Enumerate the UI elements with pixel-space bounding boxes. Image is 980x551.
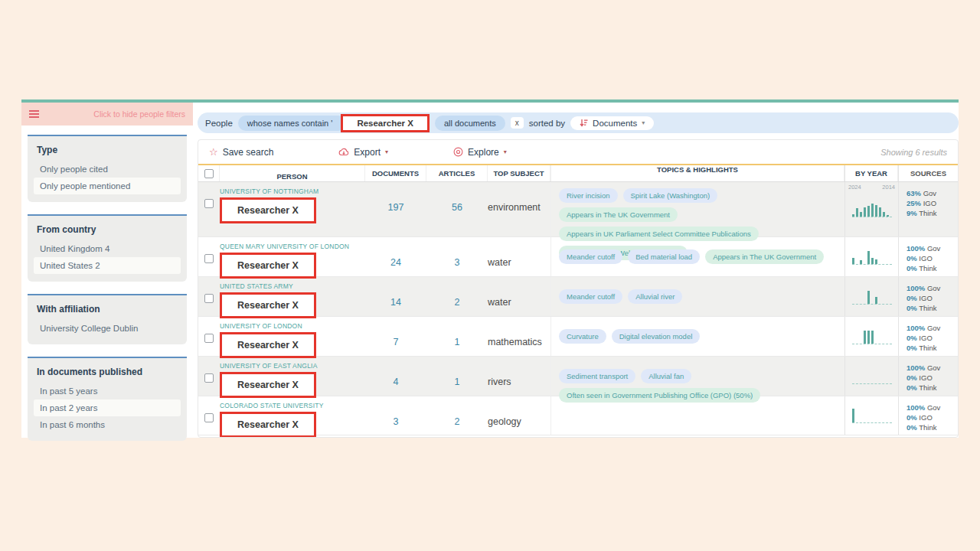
filter-section: From countryUnited Kingdom 4United State… [28,214,187,282]
topic-pill[interactable]: River incision [559,188,618,203]
sources-cell: 63% Gov25% IGO9% Think [898,182,958,236]
row-checkbox[interactable] [204,199,214,208]
source-share: 100% Gov [906,323,958,333]
explore-caret-icon: ▾ [504,148,507,155]
filter-option[interactable]: University College Dublin [34,320,181,337]
topic-pill[interactable]: Spirit Lake (Washington) [623,188,718,203]
filter-option[interactable]: United Kingdom 4 [34,240,181,257]
topic-pill[interactable]: Alluvial river [628,289,682,304]
affiliation-link[interactable]: QUEEN MARY UNIVERSITY OF LONDON [220,243,365,250]
documents-count[interactable]: 24 [390,237,401,268]
topics-cell [550,396,844,435]
filter-option[interactable]: Only people cited [34,161,181,178]
person-name-annotation[interactable]: Researcher X [220,372,316,398]
source-share: 0% IGO [906,373,958,383]
filter-option[interactable]: In past 6 months [34,416,181,433]
documents-count[interactable]: 4 [394,357,399,387]
source-percent: 100% [906,364,925,372]
filter-option[interactable]: United States 2 [34,257,181,274]
save-search-button[interactable]: ☆ Save search [209,147,273,158]
source-share: 0% IGO [906,412,958,422]
filters-sidebar: Click to hide people filters TypeOnly pe… [21,103,193,438]
person-name-annotation[interactable]: Researcher X [220,332,316,358]
row-checkbox[interactable] [204,334,214,343]
remove-filter-button[interactable]: x [511,117,524,129]
filter-section-title: In documents published [34,365,181,383]
topic-pill[interactable]: Meander cutoff [559,249,622,264]
sidebar-header: Click to hide people filters [21,103,193,126]
topic-pill[interactable]: Digital elevation model [612,329,701,344]
source-share: 100% Gov [906,243,958,253]
results-table-body: UNIVERSITY OF NOTTINGHAMResearcher X1975… [198,182,958,435]
by-year-cell [844,277,898,316]
sorted-by-label: sorted by [529,119,565,128]
source-share: 100% Gov [906,403,958,412]
sort-selector[interactable]: Documents ▾ [570,116,654,130]
filter-option[interactable]: Only people mentioned [34,178,181,194]
articles-count[interactable]: 1 [455,317,460,347]
topic-pill[interactable]: Meander cutoff [559,289,622,304]
articles-count[interactable]: 1 [455,357,460,387]
affiliation-link[interactable]: COLORADO STATE UNIVERSITY [220,402,365,409]
topic-pill[interactable]: Bed material load [628,249,700,264]
sources-cell: 100% Gov0% IGO0% Think [898,237,958,276]
export-button[interactable]: Export ▾ [338,147,388,158]
search-term-annotation[interactable]: Researcher X [341,114,430,132]
row-checkbox[interactable] [204,413,214,422]
sort-descending-icon [580,119,588,127]
topic-pill[interactable]: Curvature [559,329,606,344]
affiliation-link[interactable]: UNIVERSITY OF EAST ANGLIA [220,362,365,370]
documents-count[interactable]: 14 [390,277,401,308]
source-percent: 0% [906,344,917,352]
affiliation-link[interactable]: UNITED STATES ARMY [220,282,365,290]
documents-filter-chip[interactable]: all documents [435,116,505,131]
source-percent: 100% [906,403,925,412]
affiliation-link[interactable]: UNIVERSITY OF NOTTINGHAM [220,187,365,195]
year-axis-start: 2024 [848,184,861,191]
documents-count[interactable]: 7 [394,317,399,347]
articles-count[interactable]: 3 [455,237,460,268]
filter-prefix-label: People [205,119,233,128]
hide-filters-link[interactable]: Click to hide people filters [93,109,185,119]
source-percent: 100% [906,324,925,332]
search-filter-bar: People whose names contain ' Researcher … [198,112,959,133]
filter-option[interactable]: In past 2 years [34,399,181,416]
names-filter-chip[interactable]: whose names contain ' [238,116,347,131]
row-checkbox[interactable] [204,373,214,383]
by-year-sparkline [852,289,892,305]
topics-cell: Sediment transportAlluvial fanOften seen… [550,357,844,396]
row-checkbox[interactable] [204,254,214,263]
person-name-annotation[interactable]: Researcher X [220,197,316,223]
filter-option[interactable]: In past 5 years [34,383,181,399]
select-all-checkbox[interactable] [204,169,214,178]
table-header-row: PERSON DOCUMENTS ARTICLES TOP SUBJECT TO… [198,165,958,182]
topic-pill[interactable]: Sediment transport [559,369,635,383]
articles-count[interactable]: 2 [455,396,460,427]
explore-button[interactable]: Explore ▾ [453,147,507,158]
highlight-pill[interactable]: Appears in The UK Government [705,249,824,264]
source-percent: 0% [906,304,917,312]
filter-section: TypeOnly people citedOnly people mention… [28,135,187,202]
hamburger-icon[interactable] [29,110,39,118]
row-checkbox[interactable] [204,294,214,303]
person-name-annotation[interactable]: Researcher X [220,253,316,279]
articles-count[interactable]: 2 [455,277,460,308]
affiliation-link[interactable]: UNIVERSITY OF LONDON [220,322,365,330]
top-subject: rivers [488,357,511,387]
results-toolbar: ☆ Save search Export ▾ Explo [198,140,958,165]
sources-cell: 100% Gov0% IGO0% Think [898,317,958,356]
topic-pill[interactable]: Alluvial fan [641,369,691,383]
export-caret-icon: ▾ [385,148,388,155]
source-percent: 100% [906,244,925,253]
source-percent: 0% [906,334,917,342]
source-share: 100% Gov [906,283,958,293]
year-axis-labels: 20242014 [848,184,895,191]
documents-count[interactable]: 3 [394,396,399,427]
topics-cell: River incisionSpirit Lake (Washington)Ap… [550,182,844,236]
articles-count[interactable]: 56 [452,182,462,213]
highlight-pill[interactable]: Appears in The UK Government [559,207,678,222]
person-name-annotation[interactable]: Researcher X [220,292,316,318]
person-name-annotation[interactable]: Researcher X [220,412,316,438]
documents-count[interactable]: 197 [388,182,404,213]
source-percent: 63% [906,189,921,197]
